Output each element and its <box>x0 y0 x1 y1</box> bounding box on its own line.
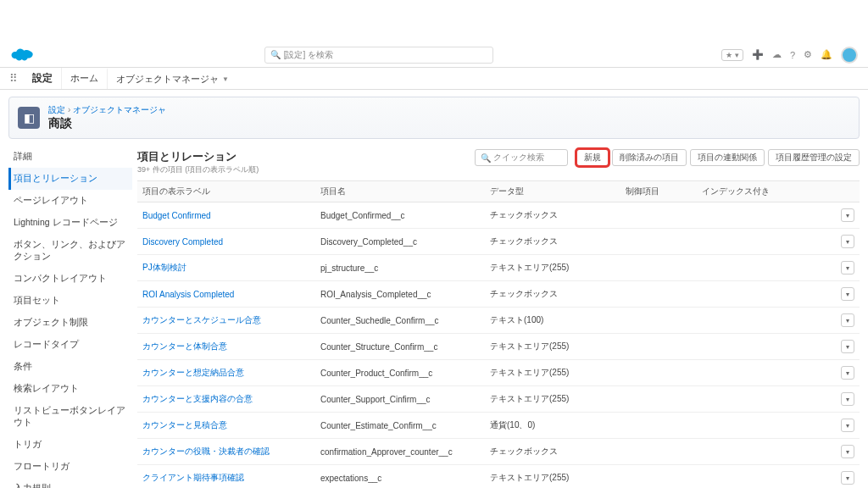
field-api-name: expectations__c <box>315 465 485 489</box>
sidebar-item[interactable]: 項目セット <box>8 290 132 312</box>
field-controlling <box>620 360 697 386</box>
field-controlling <box>620 229 697 255</box>
notifications-icon[interactable]: 🔔 <box>821 49 832 60</box>
field-data-type: チェックボックス <box>485 439 620 465</box>
row-actions-button[interactable]: ▾ <box>841 313 854 327</box>
table-row: カウンターと体制合意Counter_Structure_Confirm__cテキ… <box>137 334 860 360</box>
new-button[interactable]: 新規 <box>576 149 609 166</box>
sidebar-item[interactable]: フロートリガ <box>8 456 132 478</box>
chevron-down-icon: ▼ <box>222 75 229 83</box>
sidebar-item[interactable]: レコードタイプ <box>8 334 132 356</box>
row-actions-button[interactable]: ▾ <box>841 261 854 274</box>
field-indexed <box>697 281 836 308</box>
salesforce-logo <box>10 47 36 64</box>
field-controlling <box>620 413 697 439</box>
field-label-link[interactable]: カウンターと想定納品合意 <box>137 360 315 386</box>
field-indexed <box>697 439 836 465</box>
avatar[interactable] <box>841 47 858 64</box>
section-subtitle: 39+ 件の項目 (項目の表示ラベル順) <box>137 164 259 175</box>
quick-find-input[interactable]: 🔍 クイック検索 <box>475 149 568 166</box>
field-controlling <box>620 465 697 489</box>
col-header-indexed[interactable]: インデックス付き <box>697 181 836 202</box>
global-search-input[interactable]: 🔍 [設定] を検索 <box>264 47 493 64</box>
row-actions-button[interactable]: ▾ <box>841 235 854 248</box>
field-data-type: 通貨(10、0) <box>485 413 620 439</box>
search-icon: 🔍 <box>270 50 281 59</box>
nav-tab-object-manager[interactable]: オブジェクトマネージャ▼ <box>107 68 237 89</box>
field-data-type: テキストエリア(255) <box>485 255 620 281</box>
deleted-fields-button[interactable]: 削除済みの項目 <box>612 149 687 166</box>
row-actions-button[interactable]: ▾ <box>841 208 854 222</box>
col-header-label[interactable]: 項目の表示ラベル <box>137 181 315 202</box>
add-icon[interactable]: ➕ <box>752 49 764 60</box>
favorites-pill[interactable]: ★ ▾ <box>721 49 743 61</box>
field-controlling <box>620 439 697 465</box>
table-row: カウンターと見積合意Counter_Estimate_Confirm__c通貨(… <box>137 413 860 439</box>
field-label-link[interactable]: PJ体制検討 <box>137 255 315 281</box>
field-data-type: チェックボックス <box>485 202 620 229</box>
app-launcher-icon[interactable]: ⠿ <box>3 68 24 89</box>
search-icon: 🔍 <box>481 153 491 163</box>
field-api-name: ROI_Analysis_Completed__c <box>315 281 485 308</box>
field-indexed <box>697 229 836 255</box>
sidebar-item[interactable]: 詳細 <box>8 146 132 168</box>
field-data-type: テキストエリア(255) <box>485 465 620 489</box>
sidebar-item[interactable]: 項目とリレーション <box>8 168 132 190</box>
field-indexed <box>697 386 836 413</box>
help-icon[interactable]: ? <box>790 50 795 60</box>
sidebar-item[interactable]: リストビューボタンレイアウト <box>8 400 132 434</box>
field-label-link[interactable]: カウンターの役職・決裁者の確認 <box>137 439 315 465</box>
table-row: カウンターと支援内容の合意Counter_Support_Cinfirm__cテ… <box>137 386 860 413</box>
field-data-type: テキストエリア(255) <box>485 386 620 413</box>
field-api-name: Counter_Support_Cinfirm__c <box>315 386 485 413</box>
row-actions-button[interactable]: ▾ <box>841 366 854 380</box>
col-header-api[interactable]: 項目名 <box>315 181 485 202</box>
sidebar-item[interactable]: 条件 <box>8 356 132 378</box>
object-icon: ◧ <box>18 107 40 129</box>
field-indexed <box>697 202 836 229</box>
field-api-name: Discovery_Completed__c <box>315 229 485 255</box>
sidebar-item[interactable]: オブジェクト制限 <box>8 312 132 334</box>
sidebar-item[interactable]: トリガ <box>8 434 132 456</box>
field-label-link[interactable]: カウンターと体制合意 <box>137 334 315 360</box>
field-api-name: Counter_Structure_Confirm__c <box>315 334 485 360</box>
field-controlling <box>620 386 697 413</box>
sidebar-item[interactable]: ページレイアウト <box>8 190 132 212</box>
row-actions-button[interactable]: ▾ <box>841 471 854 485</box>
sidebar-item[interactable]: 入力規則 <box>8 478 132 488</box>
table-row: カウンターと想定納品合意Counter_Product_Confirm__cテキ… <box>137 360 860 386</box>
table-row: クライアント期待事項確認expectations__cテキストエリア(255)▾ <box>137 465 860 489</box>
field-api-name: confirmation_Approver_counter__c <box>315 439 485 465</box>
field-indexed <box>697 360 836 386</box>
field-dependencies-button[interactable]: 項目の連動関係 <box>690 149 765 166</box>
field-label-link[interactable]: クライアント期待事項確認 <box>137 465 315 489</box>
row-actions-button[interactable]: ▾ <box>841 287 854 301</box>
sidebar-item[interactable]: Lightning レコードページ <box>8 212 132 234</box>
field-label-link[interactable]: Budget Confirmed <box>137 202 315 229</box>
col-header-type[interactable]: データ型 <box>485 181 620 202</box>
row-actions-button[interactable]: ▾ <box>841 445 854 458</box>
setup-gear-icon[interactable]: ⚙ <box>804 49 812 60</box>
field-label-link[interactable]: カウンターと支援内容の合意 <box>137 386 315 413</box>
row-actions-button[interactable]: ▾ <box>841 419 854 432</box>
nav-tab-home[interactable]: ホーム <box>61 68 107 89</box>
field-label-link[interactable]: ROI Analysis Completed <box>137 281 315 308</box>
sidebar-item[interactable]: コンパクトレイアウト <box>8 268 132 290</box>
field-api-name: Counter_Suchedle_Confirm__c <box>315 308 485 334</box>
field-data-type: テキストエリア(255) <box>485 360 620 386</box>
row-actions-button[interactable]: ▾ <box>841 392 854 406</box>
field-label-link[interactable]: Discovery Completed <box>137 229 315 255</box>
field-history-button[interactable]: 項目履歴管理の設定 <box>768 149 860 166</box>
field-indexed <box>697 255 836 281</box>
field-data-type: チェックボックス <box>485 281 620 308</box>
field-label-link[interactable]: カウンターとスケジュール合意 <box>137 308 315 334</box>
sidebar-item[interactable]: 検索レイアウト <box>8 378 132 400</box>
row-actions-button[interactable]: ▾ <box>841 340 854 353</box>
field-controlling <box>620 308 697 334</box>
breadcrumb[interactable]: 設定›オブジェクトマネージャ <box>48 104 166 116</box>
salesforce-app-icon[interactable]: ☁ <box>772 49 782 60</box>
field-api-name: Budget_Confirmed__c <box>315 202 485 229</box>
sidebar-item[interactable]: ボタン、リンク、およびアクション <box>8 234 132 268</box>
col-header-controlling[interactable]: 制御項目 <box>620 181 697 202</box>
field-label-link[interactable]: カウンターと見積合意 <box>137 413 315 439</box>
